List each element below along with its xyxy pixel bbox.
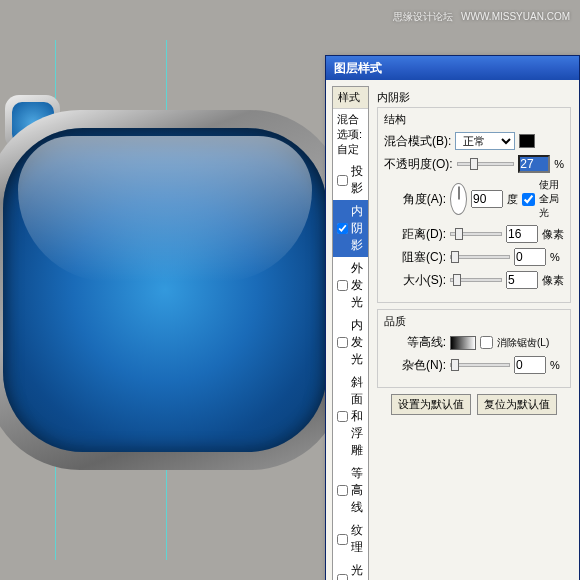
style-row-7[interactable]: 光泽	[333, 559, 368, 580]
opacity-slider[interactable]	[457, 162, 515, 166]
distance-input[interactable]	[506, 225, 538, 243]
style-checkbox[interactable]	[337, 337, 348, 348]
style-row-5[interactable]: 等高线	[333, 462, 368, 519]
style-label: 内阴影	[351, 203, 364, 254]
opacity-row: 不透明度(O): %	[384, 155, 564, 173]
style-label: 纹理	[351, 522, 364, 556]
choke-row: 阻塞(C): %	[384, 248, 564, 266]
style-label: 投影	[351, 163, 364, 197]
structure-group: 结构 混合模式(B): 正常 不透明度(O): % 角度(A): 度	[377, 107, 571, 303]
antialias-checkbox[interactable]	[480, 336, 493, 349]
styles-list: 样式 混合选项:自定 投影内阴影外发光内发光斜面和浮雕等高线纹理光泽颜色叠加渐变…	[332, 86, 369, 580]
styles-header: 样式	[333, 87, 368, 109]
distance-row: 距离(D): 像素	[384, 225, 564, 243]
style-row-0[interactable]: 投影	[333, 160, 368, 200]
style-checkbox[interactable]	[337, 280, 348, 291]
choke-slider[interactable]	[450, 255, 510, 259]
angle-row: 角度(A): 度 使用全局光	[384, 178, 564, 220]
quality-group: 品质 等高线: 消除锯齿(L) 杂色(N): %	[377, 309, 571, 388]
style-row-4[interactable]: 斜面和浮雕	[333, 371, 368, 462]
style-label: 内发光	[351, 317, 364, 368]
noise-slider[interactable]	[450, 363, 510, 367]
color-swatch[interactable]	[519, 134, 535, 148]
style-checkbox[interactable]	[337, 411, 348, 422]
style-row-2[interactable]: 外发光	[333, 257, 368, 314]
reset-default-button[interactable]: 复位为默认值	[477, 394, 557, 415]
choke-input[interactable]	[514, 248, 546, 266]
noise-input[interactable]	[514, 356, 546, 374]
watermark-top: 思缘设计论坛WWW.MISSYUAN.COM	[385, 8, 570, 24]
style-label: 外发光	[351, 260, 364, 311]
blend-options-row[interactable]: 混合选项:自定	[333, 109, 368, 160]
contour-picker[interactable]	[450, 336, 476, 350]
layer-style-dialog: 图层样式 样式 混合选项:自定 投影内阴影外发光内发光斜面和浮雕等高线纹理光泽颜…	[325, 55, 580, 580]
contour-row: 等高线: 消除锯齿(L)	[384, 334, 564, 351]
angle-dial[interactable]	[450, 183, 467, 215]
dialog-titlebar[interactable]: 图层样式	[326, 56, 579, 80]
style-checkbox[interactable]	[337, 175, 348, 186]
panel-title: 内阴影	[377, 90, 571, 105]
params-panel: 内阴影 结构 混合模式(B): 正常 不透明度(O): % 角度(A):	[369, 80, 579, 580]
style-checkbox[interactable]	[337, 485, 348, 496]
style-row-1[interactable]: 内阴影	[333, 200, 368, 257]
opacity-input[interactable]	[518, 155, 550, 173]
style-checkbox[interactable]	[337, 574, 348, 581]
blend-mode-row: 混合模式(B): 正常	[384, 132, 564, 150]
distance-slider[interactable]	[450, 232, 502, 236]
style-row-3[interactable]: 内发光	[333, 314, 368, 371]
style-label: 等高线	[351, 465, 364, 516]
size-row: 大小(S): 像素	[384, 271, 564, 289]
size-slider[interactable]	[450, 278, 502, 282]
set-default-button[interactable]: 设置为默认值	[391, 394, 471, 415]
style-row-6[interactable]: 纹理	[333, 519, 368, 559]
style-label: 光泽	[351, 562, 364, 580]
size-input[interactable]	[506, 271, 538, 289]
style-label: 斜面和浮雕	[351, 374, 364, 459]
style-checkbox[interactable]	[337, 534, 348, 545]
style-checkbox[interactable]	[337, 223, 348, 234]
rendered-button	[0, 110, 345, 470]
noise-row: 杂色(N): %	[384, 356, 564, 374]
global-light-checkbox[interactable]	[522, 193, 535, 206]
blend-mode-select[interactable]: 正常	[455, 132, 515, 150]
angle-input[interactable]	[471, 190, 503, 208]
canvas-area	[0, 40, 380, 560]
